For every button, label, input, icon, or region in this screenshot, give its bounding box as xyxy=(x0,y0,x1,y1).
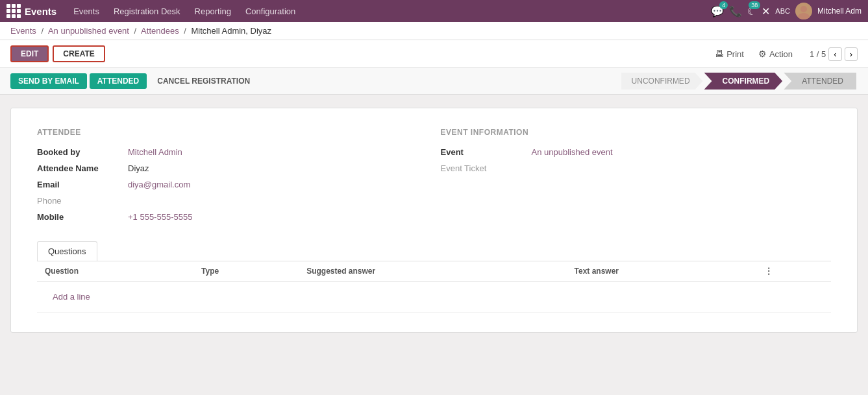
step-unconfirmed-label: UNCONFIRMED xyxy=(632,77,690,86)
sep2: / xyxy=(134,26,137,36)
main-nav: Events Registration Desk Reporting Confi… xyxy=(67,3,707,20)
tabs-bar: Questions xyxy=(37,241,831,261)
svg-point-1 xyxy=(798,13,810,19)
phone-icon[interactable]: 📞 xyxy=(729,5,742,18)
action-button[interactable]: ⚙ Action xyxy=(758,49,793,59)
event-section: Event Information Event An unpublished e… xyxy=(441,128,832,228)
step-attended-label: ATTENDED xyxy=(802,77,843,86)
field-phone: Phone xyxy=(37,196,428,206)
app-name: Events xyxy=(25,6,56,17)
table-row-empty: Add a line xyxy=(37,281,831,313)
booked-by-value[interactable]: Mitchell Admin xyxy=(128,147,182,157)
printer-icon: 🖶 xyxy=(715,49,724,59)
nav-reporting[interactable]: Reporting xyxy=(188,3,238,20)
two-col-layout: Attendee Booked by Mitchell Admin Attend… xyxy=(37,128,831,228)
pager: 1 / 5 ‹ › xyxy=(810,47,858,61)
gear-icon: ⚙ xyxy=(758,49,767,59)
pager-text: 1 / 5 xyxy=(810,49,826,59)
event-section-label: Event Information xyxy=(441,128,832,137)
event-value[interactable]: An unpublished event xyxy=(532,147,613,157)
col-suggested: Suggested answer xyxy=(299,261,566,281)
top-navigation: Events Events Registration Desk Reportin… xyxy=(0,0,868,22)
email-value[interactable]: diya@gmail.com xyxy=(128,180,190,189)
cancel-registration-button[interactable]: CANCEL REGISTRATION xyxy=(149,73,258,89)
col-type: Type xyxy=(193,261,299,281)
sep3: / xyxy=(184,26,186,36)
pager-prev[interactable]: ‹ xyxy=(828,47,841,61)
sep1: / xyxy=(41,26,43,36)
step-unconfirmed[interactable]: UNCONFIRMED xyxy=(621,73,703,90)
attendee-section: Attendee Booked by Mitchell Admin Attend… xyxy=(37,128,428,228)
app-logo[interactable]: Events xyxy=(6,4,56,18)
email-label: Email xyxy=(37,180,128,189)
attendee-name-value: Diyaz xyxy=(128,163,149,173)
field-attendee-name: Attendee Name Diyaz xyxy=(37,163,428,173)
phone-label: Phone xyxy=(37,196,128,206)
grid-icon[interactable] xyxy=(6,4,21,18)
send-email-button[interactable]: SEND BY EMAIL xyxy=(10,73,87,89)
user-name: Mitchell Adm xyxy=(817,6,862,16)
nav-configuration[interactable]: Configuration xyxy=(239,3,302,20)
field-event: Event An unpublished event xyxy=(441,147,832,157)
field-event-ticket: Event Ticket xyxy=(441,163,832,173)
add-line-button[interactable]: Add a line xyxy=(45,287,98,307)
breadcrumb: Events / An unpublished event / Attendee… xyxy=(0,22,868,40)
create-button[interactable]: CREATE xyxy=(53,45,105,62)
col-question: Question xyxy=(37,261,193,281)
booked-by-label: Booked by xyxy=(37,147,128,157)
status-bar: SEND BY EMAIL ATTENDED CANCEL REGISTRATI… xyxy=(0,68,868,95)
breadcrumb-attendees[interactable]: Attendees xyxy=(141,26,179,36)
abc-label[interactable]: ABC xyxy=(775,7,790,15)
breadcrumb-event[interactable]: An unpublished event xyxy=(48,26,129,36)
moon-badge: 38 xyxy=(749,1,760,9)
print-label: Print xyxy=(726,49,744,59)
questions-table: Question Type Suggested answer Text answ… xyxy=(37,261,831,313)
mobile-value[interactable]: +1 555-555-5555 xyxy=(128,212,192,222)
tab-questions[interactable]: Questions xyxy=(37,241,97,261)
step-confirmed[interactable]: CONFIRMED xyxy=(704,73,783,90)
close-icon[interactable]: ✕ xyxy=(762,5,770,18)
topnav-right: 💬 4 📞 ☾ 38 ✕ ABC Mitchell Adm xyxy=(711,3,862,19)
status-steps: UNCONFIRMED CONFIRMED ATTENDED xyxy=(621,73,858,90)
record-card: Attendee Booked by Mitchell Admin Attend… xyxy=(10,108,858,333)
toolbar: EDIT CREATE 🖶 Print ⚙ Action 1 / 5 ‹ › xyxy=(0,40,868,68)
print-button[interactable]: 🖶 Print xyxy=(715,49,744,59)
action-label: Action xyxy=(769,49,793,59)
avatar[interactable] xyxy=(795,3,812,19)
mobile-label: Mobile xyxy=(37,212,128,222)
col-text-answer: Text answer xyxy=(567,261,757,281)
chat-badge: 4 xyxy=(719,1,728,9)
attended-button[interactable]: ATTENDED xyxy=(90,73,147,89)
breadcrumb-current: Mitchell Admin, Diyaz xyxy=(192,26,272,36)
breadcrumb-events[interactable]: Events xyxy=(10,26,36,36)
step-confirmed-label: CONFIRMED xyxy=(723,77,770,86)
field-booked-by: Booked by Mitchell Admin xyxy=(37,147,428,157)
nav-events[interactable]: Events xyxy=(67,3,106,20)
field-mobile: Mobile +1 555-555-5555 xyxy=(37,212,428,222)
col-options[interactable]: ⋮ xyxy=(757,261,831,281)
field-email: Email diya@gmail.com xyxy=(37,180,428,189)
event-ticket-label: Event Ticket xyxy=(441,163,532,173)
chat-icon[interactable]: 💬 4 xyxy=(711,5,724,18)
edit-button[interactable]: EDIT xyxy=(10,45,49,62)
attendee-name-label: Attendee Name xyxy=(37,163,128,173)
svg-point-0 xyxy=(800,6,807,12)
moon-icon[interactable]: ☾ 38 xyxy=(747,5,756,18)
nav-registration-desk[interactable]: Registration Desk xyxy=(107,3,187,20)
main-content: Attendee Booked by Mitchell Admin Attend… xyxy=(0,95,868,346)
attendee-section-label: Attendee xyxy=(37,128,428,137)
event-label: Event xyxy=(441,147,532,157)
pager-next[interactable]: › xyxy=(845,47,858,61)
step-attended[interactable]: ATTENDED xyxy=(784,73,856,90)
